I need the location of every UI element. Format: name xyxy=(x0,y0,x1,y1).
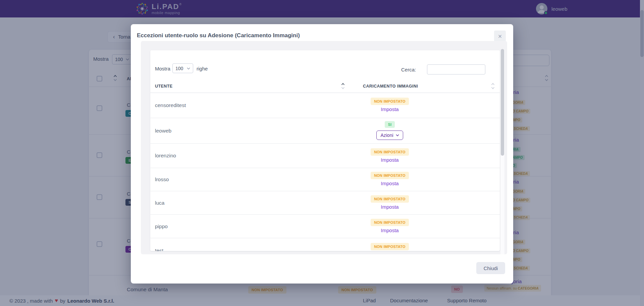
column-header-caricamento[interactable]: CARICAMENTO IMMAGINI xyxy=(363,84,418,89)
modal-search-input[interactable] xyxy=(427,64,485,74)
imposta-link[interactable]: Imposta xyxy=(363,157,417,163)
modal-rows-label: righe xyxy=(197,66,208,71)
status-badge-si: SI xyxy=(385,121,395,128)
modal-page-size-select[interactable]: 100 xyxy=(172,63,193,73)
modal-page-size-value: 100 xyxy=(175,66,183,71)
imposta-link[interactable]: Imposta xyxy=(363,204,417,210)
imposta-link[interactable]: Imposta xyxy=(363,106,417,112)
status-cell: NON IMPOSTATO Imposta xyxy=(363,144,417,163)
table-row: leoweb SI Azioni xyxy=(150,118,500,144)
user-cell: leoweb xyxy=(155,128,171,134)
imposta-link[interactable]: Imposta xyxy=(363,227,417,233)
status-cell: NON IMPOSTATO Imposta xyxy=(363,191,417,210)
modal-scrollbar[interactable] xyxy=(500,50,504,254)
table-row: lorenzino NON IMPOSTATO Imposta xyxy=(150,144,500,168)
status-cell: NON IMPOSTATO xyxy=(363,238,417,250)
status-badge: NON IMPOSTATO xyxy=(371,219,409,226)
user-cell: pippo xyxy=(155,223,168,230)
user-cell: censoreditest xyxy=(155,102,186,108)
table-row: pippo NON IMPOSTATO Imposta xyxy=(150,215,500,238)
table-row: luca NON IMPOSTATO Imposta xyxy=(150,191,500,215)
status-badge: NON IMPOSTATO xyxy=(371,172,409,179)
modal-show-label: Mostra xyxy=(155,66,170,71)
imposta-link[interactable]: Imposta xyxy=(363,181,417,186)
chiudi-button[interactable]: Chiudi xyxy=(476,262,505,274)
status-cell: SI Azioni xyxy=(363,118,417,140)
sort-icons-caricamento[interactable] xyxy=(491,83,495,91)
azioni-dropdown-button[interactable]: Azioni xyxy=(376,131,403,140)
exceptions-modal: Eccezioni utente-ruolo su Adesione (Cari… xyxy=(131,24,513,284)
user-cell: luca xyxy=(155,200,164,206)
status-cell: NON IMPOSTATO Imposta xyxy=(363,93,417,112)
sort-icons-utente[interactable] xyxy=(341,83,345,91)
modal-search-label: Cerca: xyxy=(401,67,416,72)
chevron-down-icon xyxy=(187,67,190,69)
modal-table-card: Mostra 100 righe Cerca: UTENTE CARICAMEN… xyxy=(150,50,500,251)
close-icon[interactable]: × xyxy=(494,31,506,42)
chevron-down-icon xyxy=(396,134,399,136)
modal-scroll-panel: Mostra 100 righe Cerca: UTENTE CARICAMEN… xyxy=(141,41,507,254)
table-row: test NON IMPOSTATO xyxy=(150,238,500,251)
modal-title: Eccezioni utente-ruolo su Adesione (Cari… xyxy=(137,32,300,39)
azioni-label: Azioni xyxy=(380,133,393,138)
table-row: lrosso NON IMPOSTATO Imposta xyxy=(150,168,500,191)
status-badge: NON IMPOSTATO xyxy=(371,148,409,156)
user-cell: lorenzino xyxy=(155,153,176,159)
user-cell: test xyxy=(155,248,163,251)
status-badge: NON IMPOSTATO xyxy=(371,98,409,105)
modal-scrollbar-thumb[interactable] xyxy=(501,49,504,156)
column-header-utente[interactable]: UTENTE xyxy=(155,84,172,89)
status-badge: NON IMPOSTATO xyxy=(371,243,409,250)
table-row: censoreditest NON IMPOSTATO Imposta xyxy=(150,93,500,118)
status-cell: NON IMPOSTATO Imposta xyxy=(363,215,417,233)
status-cell: NON IMPOSTATO Imposta xyxy=(363,168,417,186)
user-cell: lrosso xyxy=(155,176,169,183)
status-badge: NON IMPOSTATO xyxy=(371,195,409,203)
